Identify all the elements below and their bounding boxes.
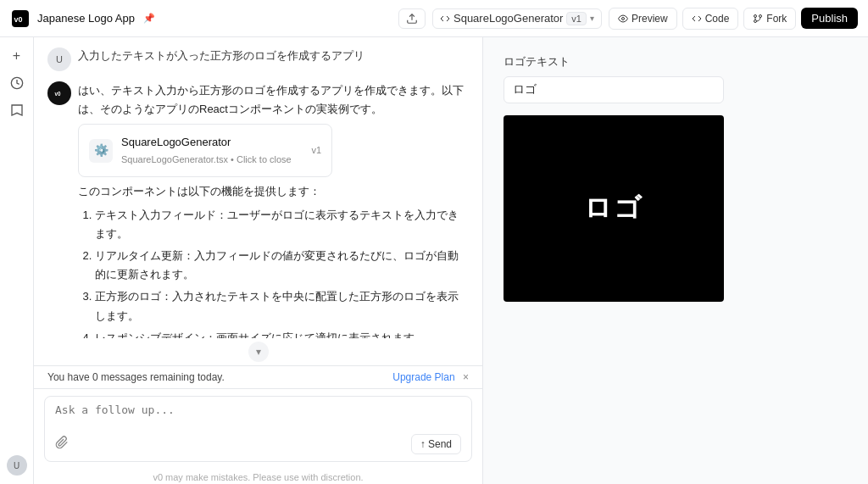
chat-input-actions: ↑ Send xyxy=(55,434,461,454)
action-group: Preview Code Fork Publish xyxy=(609,8,858,30)
version-badge: v1 xyxy=(566,12,587,25)
svg-text:v0: v0 xyxy=(14,15,23,24)
attach-button[interactable] xyxy=(55,436,69,453)
svg-text:v0: v0 xyxy=(54,91,61,97)
svg-point-3 xyxy=(621,17,624,19)
chat-input-area: ↑ Send xyxy=(34,388,482,469)
pin-icon[interactable]: 📌 xyxy=(143,13,155,24)
component-card-version: v1 xyxy=(311,142,321,159)
user-message: U 入力したテキストが入った正方形のロゴを作成するアプリ xyxy=(47,47,469,71)
scroll-down-indicator: ▾ xyxy=(34,338,482,365)
user-message-text: 入力したテキストが入った正方形のロゴを作成するアプリ xyxy=(78,47,364,64)
ai-message-text: はい、テキスト入力から正方形のロゴを作成するアプリを作成できます。以下は、そのよ… xyxy=(78,81,469,338)
chat-panel: U 入力したテキストが入った正方形のロゴを作成するアプリ v0 はい、テキスト入… xyxy=(34,37,483,484)
ai-avatar: v0 xyxy=(47,81,71,105)
chat-input-box: ↑ Send xyxy=(44,396,472,462)
publish-button[interactable]: Publish xyxy=(801,8,858,29)
feature-item-2: リアルタイム更新：入力フィールドの値が変更されるたびに、ロゴが自動的に更新されま… xyxy=(95,247,469,284)
history-button[interactable] xyxy=(5,71,29,95)
svg-point-4 xyxy=(754,19,757,22)
topbar: v0 Japanese Logo App 📌 SquareLogoGenerat… xyxy=(0,0,868,37)
component-label[interactable]: SquareLogoGenerator v1 ▾ xyxy=(432,8,602,29)
new-chat-button[interactable]: + xyxy=(5,44,29,68)
features-list: テキスト入力フィールド：ユーザーがロゴに表示するテキストを入力できます。 リアル… xyxy=(78,206,469,338)
chevron-down-icon: ▾ xyxy=(248,342,269,362)
code-icon xyxy=(692,14,702,24)
eye-icon xyxy=(618,14,628,24)
component-card[interactable]: ⚙️ SquareLogoGenerator SquareLogoGenerat… xyxy=(78,124,332,177)
fork-button[interactable]: Fork xyxy=(743,8,796,30)
user-avatar-button[interactable]: U xyxy=(5,453,29,477)
chat-messages: U 入力したテキストが入った正方形のロゴを作成するアプリ v0 はい、テキスト入… xyxy=(34,37,482,338)
ai-message-body: はい、テキスト入力から正方形のロゴを作成するアプリを作成できます。以下は、そのよ… xyxy=(78,81,469,338)
feature-item-3: 正方形のロゴ：入力されたテキストを中央に配置した正方形のロゴを表示します。 xyxy=(95,287,469,325)
bookmark-button[interactable] xyxy=(5,98,29,122)
user-avatar-small: U xyxy=(47,47,71,71)
v0-logo: v0 xyxy=(10,8,31,29)
preview-button[interactable]: Preview xyxy=(609,8,677,30)
svg-marker-9 xyxy=(12,105,22,115)
feature-item-4: レスポンシブデザイン：画面サイズに応じて適切に表示されます。 xyxy=(95,329,469,338)
paperclip-icon xyxy=(55,436,69,449)
svg-point-6 xyxy=(760,14,762,17)
fork-icon xyxy=(753,14,763,24)
user-avatar: U xyxy=(7,455,27,476)
ai-message: v0 はい、テキスト入力から正方形のロゴを作成するアプリを作成できます。以下は、… xyxy=(47,81,469,338)
preview-label: Preview xyxy=(632,13,668,25)
sidebar-icons: + U xyxy=(0,37,34,484)
app-title: Japanese Logo App xyxy=(37,12,135,25)
component-card-file: SquareLogoGenerator.tsx • Click to close xyxy=(121,152,303,168)
chevron-down-icon: ▾ xyxy=(590,14,594,23)
upload-icon xyxy=(406,13,418,25)
upgrade-bar: You have 0 messages remaining today. Upg… xyxy=(34,365,482,388)
fork-label: Fork xyxy=(766,13,787,25)
component-card-icon: ⚙️ xyxy=(89,139,113,163)
feature-item-1: テキスト入力フィールド：ユーザーがロゴに表示するテキストを入力できます。 xyxy=(95,206,469,243)
clock-icon xyxy=(10,76,24,90)
chat-input-field[interactable] xyxy=(55,403,461,429)
component-icon xyxy=(440,14,450,24)
disclaimer-text: v0 may make mistakes. Please use with di… xyxy=(34,469,482,484)
upgrade-close-button[interactable]: × xyxy=(463,371,469,383)
logo-text-input[interactable] xyxy=(504,76,724,103)
upload-button[interactable] xyxy=(398,8,426,29)
upgrade-plan-link[interactable]: Upgrade Plan xyxy=(392,371,454,383)
ai-logo-icon: v0 xyxy=(53,87,65,99)
features-heading: このコンポーネントは以下の機能を提供します： xyxy=(78,182,469,201)
logo-preview-text: ロゴ xyxy=(584,190,643,227)
send-button[interactable]: ↑ Send xyxy=(411,434,461,454)
component-card-info: SquareLogoGenerator SquareLogoGenerator.… xyxy=(121,133,303,168)
main-layout: + U U 入力したテキストが入った正方形のロゴを作成するアプリ xyxy=(0,37,868,484)
preview-field-label: ロゴテキスト xyxy=(504,54,848,70)
svg-point-5 xyxy=(754,14,757,17)
upgrade-message: You have 0 messages remaining today. xyxy=(47,371,225,383)
component-name-text: SquareLogoGenerator xyxy=(453,12,563,25)
logo-preview-box: ロゴ xyxy=(504,115,724,302)
code-button[interactable]: Code xyxy=(682,8,739,30)
code-label: Code xyxy=(705,13,730,25)
preview-panel: ロゴテキスト ロゴ xyxy=(483,37,868,484)
upgrade-actions: Upgrade Plan × xyxy=(392,371,469,383)
bookmark-icon xyxy=(10,103,24,117)
preview-content: ロゴテキスト ロゴ xyxy=(483,37,868,484)
component-card-name: SquareLogoGenerator xyxy=(121,133,303,152)
ai-intro-text: はい、テキスト入力から正方形のロゴを作成するアプリを作成できます。以下は、そのよ… xyxy=(78,81,469,119)
